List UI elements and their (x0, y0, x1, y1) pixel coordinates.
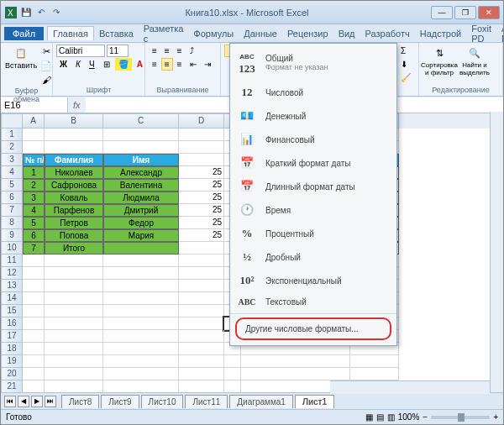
format-accounting[interactable]: 📊Финансовый (230, 128, 396, 151)
cell[interactable] (45, 380, 103, 393)
cell[interactable]: 6 (23, 229, 45, 242)
cell[interactable] (23, 141, 45, 154)
cell[interactable]: 5 (23, 217, 45, 229)
tab-formulas[interactable]: Формулы (188, 27, 239, 40)
cell[interactable] (179, 380, 224, 393)
row-header[interactable]: 20 (1, 368, 23, 380)
cell[interactable]: 25 (179, 217, 224, 229)
cell[interactable] (23, 292, 45, 305)
tab-insert[interactable]: Вставка (94, 27, 139, 40)
cell[interactable] (23, 280, 45, 292)
cell[interactable]: Итого (45, 242, 103, 254)
format-scientific[interactable]: 10²Экспоненциальный (230, 269, 396, 292)
cell[interactable] (350, 355, 399, 368)
align-top-button[interactable]: ≡ (149, 45, 160, 57)
cell[interactable] (103, 317, 179, 330)
cell[interactable]: 3 (23, 192, 45, 204)
paste-button[interactable]: 📋 Вставить (4, 45, 38, 71)
indent-inc-button[interactable]: ⇥ (201, 58, 214, 71)
format-long-date[interactable]: 📅Длинный формат даты (230, 175, 396, 198)
cell[interactable] (103, 305, 179, 317)
row-header[interactable]: 6 (1, 192, 23, 204)
cell[interactable] (103, 292, 179, 305)
tab-foxit[interactable]: Foxit PD (466, 22, 496, 45)
cell[interactable]: 4 (23, 204, 45, 217)
cell[interactable]: Фамилия (45, 154, 103, 166)
tab-abbyy[interactable]: ABBYY PDF (496, 22, 504, 45)
cell[interactable]: Дмитрий (103, 204, 179, 217)
sheet-tab[interactable]: Лист8 (61, 395, 99, 408)
row-header[interactable]: 8 (1, 217, 23, 229)
cell[interactable] (23, 343, 45, 355)
cell[interactable] (45, 368, 103, 380)
indent-dec-button[interactable]: ⇤ (186, 58, 200, 71)
row-header[interactable]: 1 (1, 129, 23, 141)
cell[interactable]: Валентина (103, 179, 179, 192)
cell[interactable]: Мария (103, 229, 179, 242)
cell[interactable]: 2 (23, 179, 45, 192)
cell[interactable] (224, 368, 241, 380)
cell[interactable] (45, 141, 103, 154)
row-header[interactable]: 9 (1, 229, 23, 242)
cell[interactable] (45, 267, 103, 280)
cell[interactable] (179, 343, 224, 355)
font-size-select[interactable]: 11 (107, 45, 129, 57)
clear-button[interactable]: 🧹 (397, 71, 414, 84)
cell[interactable] (179, 267, 224, 280)
cell[interactable]: Коваль (45, 192, 103, 204)
cell[interactable]: 25 (179, 204, 224, 217)
view-break-icon[interactable]: ▥ (387, 412, 395, 422)
tab-review[interactable]: Рецензир (282, 27, 333, 40)
find-select-button[interactable]: 🔍 Найти и выделить (458, 45, 491, 78)
row-header[interactable]: 14 (1, 292, 23, 305)
autosum-button[interactable]: Σ (397, 45, 409, 57)
cell[interactable] (45, 129, 103, 141)
align-mid-button[interactable]: ≡ (161, 45, 173, 57)
cell[interactable]: 25 (179, 179, 224, 192)
tab-developer[interactable]: Разработч (360, 27, 415, 40)
cell[interactable] (45, 343, 103, 355)
row-header[interactable]: 11 (1, 254, 23, 267)
view-normal-icon[interactable]: ▦ (365, 412, 373, 422)
cell[interactable] (179, 292, 224, 305)
cell[interactable] (103, 355, 179, 368)
cell[interactable] (45, 292, 103, 305)
tab-home[interactable]: Главная (47, 26, 94, 40)
format-percent[interactable]: %Процентный (230, 222, 396, 245)
tab-data[interactable]: Данные (239, 27, 282, 40)
tab-addins[interactable]: Надстрой (415, 27, 466, 40)
row-header[interactable]: 7 (1, 204, 23, 217)
align-right-button[interactable]: ≡ (174, 58, 186, 71)
fill-button[interactable]: ⬇ (397, 58, 411, 71)
underline-button[interactable]: Ч (86, 58, 98, 71)
format-painter-icon[interactable]: 🖌 (39, 73, 53, 87)
cell[interactable] (241, 368, 350, 380)
cell[interactable] (241, 355, 350, 368)
cell[interactable] (103, 343, 179, 355)
sheet-nav-prev[interactable]: ◀ (18, 396, 29, 407)
select-all-button[interactable] (1, 113, 23, 129)
cell[interactable]: 7 (23, 242, 45, 254)
view-layout-icon[interactable]: ▤ (376, 412, 384, 422)
align-bot-button[interactable]: ≡ (174, 45, 186, 57)
cell[interactable] (103, 380, 179, 393)
cell[interactable]: 25 (179, 192, 224, 204)
format-text[interactable]: ABCТекстовый (230, 292, 396, 312)
cell[interactable]: 1 (23, 166, 45, 179)
cell[interactable]: № п/п (23, 154, 45, 166)
cell[interactable] (23, 305, 45, 317)
cell[interactable]: Сафронова (45, 179, 103, 192)
align-left-button[interactable]: ≡ (149, 58, 160, 71)
cell[interactable] (103, 330, 179, 343)
cell[interactable] (179, 305, 224, 317)
cell[interactable] (23, 254, 45, 267)
col-header[interactable]: A (23, 113, 45, 129)
zoom-level[interactable]: 100% (398, 412, 420, 422)
fill-color-button[interactable]: 🪣 (115, 58, 132, 71)
cell[interactable] (179, 129, 224, 141)
cell[interactable] (23, 267, 45, 280)
cell[interactable] (179, 330, 224, 343)
cell[interactable] (103, 280, 179, 292)
redo-icon[interactable]: ↷ (50, 6, 63, 19)
border-button[interactable]: ⊞ (100, 58, 113, 71)
